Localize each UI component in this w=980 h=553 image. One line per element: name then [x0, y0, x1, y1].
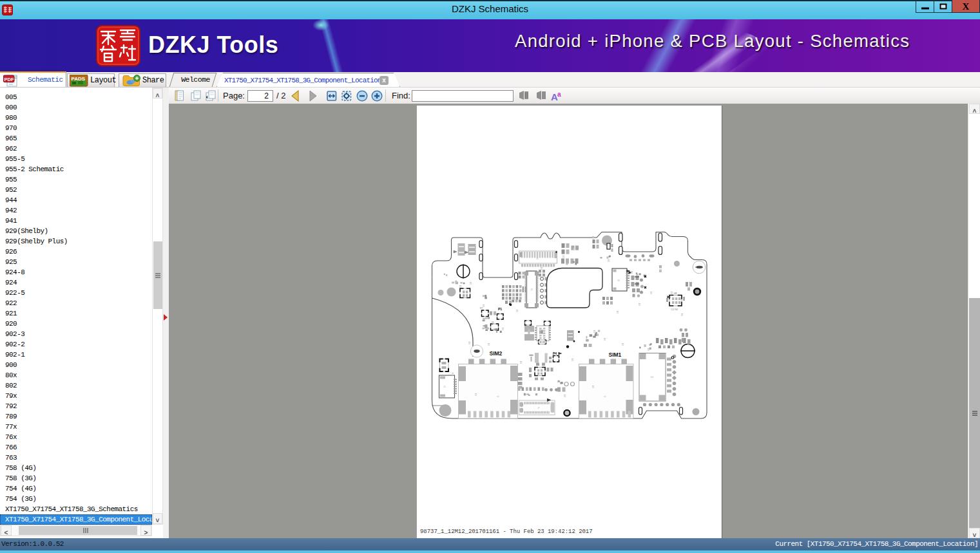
- svg-text:J1: J1: [536, 258, 539, 260]
- svg-text:u1: u1: [604, 395, 606, 398]
- svg-text:P1: P1: [498, 307, 502, 311]
- svg-text:J5: J5: [443, 386, 446, 388]
- svg-text:SIM2: SIM2: [490, 350, 503, 356]
- svg-text:J7: J7: [537, 407, 540, 409]
- svg-text:R7: R7: [480, 307, 483, 310]
- svg-text:U2: U2: [651, 376, 654, 379]
- svg-text:SIM1: SIM1: [609, 351, 622, 358]
- svg-text:J3: J3: [617, 279, 620, 282]
- svg-text:C12 R4: C12 R4: [671, 308, 678, 310]
- svg-text:PDF: PDF: [5, 77, 14, 82]
- svg-text:J2: J2: [530, 288, 533, 291]
- svg-text:U8: U8: [674, 292, 677, 294]
- svg-text:u1: u1: [497, 395, 499, 398]
- svg-text:P4: P4: [553, 351, 557, 355]
- svg-text:PADS: PADS: [72, 76, 86, 82]
- svg-text:a: a: [557, 91, 561, 98]
